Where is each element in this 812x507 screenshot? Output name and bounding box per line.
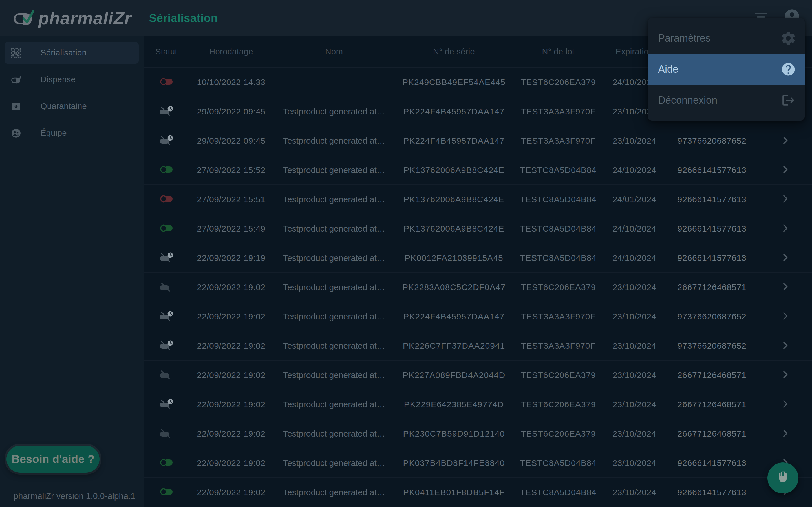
cell-serial: PK226C7FF37DAA20941 bbox=[395, 341, 513, 351]
cell-code: 92666141577613 bbox=[665, 165, 758, 175]
menu-item-parametres[interactable]: Paramètres bbox=[648, 23, 805, 54]
sidebar-item-label: Sérialisation bbox=[41, 48, 87, 57]
logout-icon bbox=[780, 93, 797, 107]
sidebar-item-label: Quarantaine bbox=[41, 102, 87, 111]
sidebar-item-quarantaine[interactable]: Quarantaine bbox=[4, 96, 139, 117]
chevron-right-icon[interactable] bbox=[780, 164, 791, 176]
cell-timestamp: 22/09/2022 19:19 bbox=[189, 253, 273, 263]
stop-scan-fab[interactable] bbox=[767, 462, 799, 494]
table-row[interactable]: 29/09/2022 09:45 Testproduct generated a… bbox=[144, 126, 812, 156]
sidebar-item-serialisation[interactable]: Sérialisation bbox=[4, 42, 139, 64]
table-row[interactable]: 22/09/2022 19:02 Testproduct generated a… bbox=[144, 419, 812, 448]
status-error-icon bbox=[160, 78, 172, 87]
cell-code: 26677126468571 bbox=[665, 400, 758, 409]
chevron-right-icon[interactable] bbox=[780, 193, 791, 205]
table-row[interactable]: 27/09/2022 15:52 Testproduct generated a… bbox=[144, 156, 812, 185]
cell-serial: PK0012FA21039915A45 bbox=[395, 253, 513, 263]
sidebar-item-label: Équipe bbox=[41, 128, 67, 138]
cell-timestamp: 22/09/2022 19:02 bbox=[189, 488, 273, 497]
cell-serial: PK0411EB01F8DB5F14F bbox=[395, 488, 513, 497]
sidebar-item-dispense[interactable]: Dispense bbox=[4, 69, 139, 91]
status-success-icon bbox=[160, 166, 172, 174]
app-logo: pharmaliZr bbox=[12, 8, 132, 28]
status-success-icon bbox=[160, 488, 172, 497]
cell-lot: TEST3A3A3F970F bbox=[513, 107, 603, 116]
pill-check-logo-icon bbox=[12, 9, 35, 27]
cell-timestamp: 10/10/2022 14:33 bbox=[189, 77, 273, 87]
cell-serial: PK037B4BD8F14FE8840 bbox=[395, 458, 513, 468]
cell-expiration: 23/10/2024 bbox=[603, 371, 665, 380]
chevron-right-icon[interactable] bbox=[780, 428, 791, 440]
table-row[interactable]: 27/09/2022 15:49 Testproduct generated a… bbox=[144, 214, 812, 243]
table-row[interactable]: 22/09/2022 19:19 Testproduct generated a… bbox=[144, 243, 812, 273]
team-icon bbox=[11, 128, 21, 138]
chevron-right-icon[interactable] bbox=[780, 252, 791, 264]
cell-code: 92666141577613 bbox=[665, 194, 758, 204]
pill-check-icon bbox=[11, 75, 21, 85]
chevron-right-icon[interactable] bbox=[780, 135, 791, 147]
cell-code: 26677126468571 bbox=[665, 371, 758, 380]
table-row[interactable]: 22/09/2022 19:02 Testproduct generated a… bbox=[144, 478, 812, 507]
cell-timestamp: 22/09/2022 19:02 bbox=[189, 458, 273, 468]
column-header: N° de série bbox=[395, 47, 513, 56]
table-row[interactable]: 22/09/2022 19:02 Testproduct generated a… bbox=[144, 273, 812, 302]
status-pending-icon bbox=[159, 135, 174, 147]
chevron-right-icon[interactable] bbox=[780, 399, 791, 410]
status-pending-icon bbox=[159, 252, 174, 264]
cell-expiration: 23/10/2024 bbox=[603, 488, 665, 497]
status-pending-icon bbox=[159, 311, 174, 322]
cell-serial: PK224F4B45957DAA147 bbox=[395, 136, 513, 146]
sidebar-item-equipe[interactable]: Équipe bbox=[4, 122, 139, 144]
cell-serial: PK249CBB49EF54AE445 bbox=[395, 77, 513, 87]
cell-name: Testproduct generated at… bbox=[273, 283, 395, 292]
cell-expiration: 23/10/2024 bbox=[603, 283, 665, 292]
help-icon bbox=[780, 62, 797, 77]
app-version: pharmaliZr version 1.0.0-alpha.1 bbox=[13, 491, 135, 501]
cell-name: Testproduct generated at… bbox=[273, 400, 395, 409]
table-row[interactable]: 22/09/2022 19:02 Testproduct generated a… bbox=[144, 302, 812, 331]
cell-name: Testproduct generated at… bbox=[273, 224, 395, 233]
cell-serial: PK13762006A9B8C424E bbox=[395, 165, 513, 175]
help-button[interactable]: Besoin d'aide ? bbox=[6, 446, 100, 473]
cell-lot: TEST3A3A3F970F bbox=[513, 136, 603, 146]
chevron-right-icon[interactable] bbox=[780, 369, 791, 381]
table-row[interactable]: 22/09/2022 19:02 Testproduct generated a… bbox=[144, 390, 812, 419]
cell-lot: TEST6C206EA379 bbox=[513, 77, 603, 87]
chevron-right-icon[interactable] bbox=[780, 311, 791, 323]
cell-code: 92666141577613 bbox=[665, 253, 758, 263]
chevron-right-icon[interactable] bbox=[780, 281, 791, 293]
cell-lot: TESTC8A5D04B84 bbox=[513, 488, 603, 497]
cell-name: Testproduct generated at… bbox=[273, 253, 395, 263]
menu-item-label: Aide bbox=[658, 63, 678, 75]
sidebar-item-label: Dispense bbox=[41, 75, 75, 84]
hand-icon bbox=[776, 470, 790, 486]
cell-name: Testproduct generated at… bbox=[273, 371, 395, 380]
cell-serial: PK224F4B45957DAA147 bbox=[395, 107, 513, 116]
table-row[interactable]: 22/09/2022 19:02 Testproduct generated a… bbox=[144, 331, 812, 360]
page-title: Sérialisation bbox=[149, 12, 218, 24]
cell-name: Testproduct generated at… bbox=[273, 107, 395, 116]
chevron-right-icon[interactable] bbox=[780, 340, 791, 352]
cell-serial: PK224F4B45957DAA147 bbox=[395, 312, 513, 321]
menu-item-deconnexion[interactable]: Déconnexion bbox=[648, 85, 805, 116]
cell-expiration: 23/10/2024 bbox=[603, 400, 665, 409]
cell-serial: PK230C7B59D91D12140 bbox=[395, 429, 513, 439]
chevron-right-icon[interactable] bbox=[780, 223, 791, 235]
cell-timestamp: 27/09/2022 15:51 bbox=[189, 194, 273, 204]
cell-serial: PK13762006A9B8C424E bbox=[395, 194, 513, 204]
cell-timestamp: 22/09/2022 19:02 bbox=[189, 283, 273, 292]
cell-lot: TEST6C206EA379 bbox=[513, 283, 603, 292]
cell-expiration: 24/10/2024 bbox=[603, 165, 665, 175]
cell-lot: TESTC8A5D04B84 bbox=[513, 458, 603, 468]
cell-serial: PK2283A08C5C2DF0A47 bbox=[395, 283, 513, 292]
cell-name: Testproduct generated at… bbox=[273, 429, 395, 439]
table-row[interactable]: 22/09/2022 19:02 Testproduct generated a… bbox=[144, 360, 812, 390]
cell-code: 97376620687652 bbox=[665, 341, 758, 351]
menu-item-aide[interactable]: Aide bbox=[648, 54, 805, 85]
column-header: Horodatage bbox=[189, 47, 273, 56]
cell-code: 92666141577613 bbox=[665, 458, 758, 468]
cell-name: Testproduct generated at… bbox=[273, 194, 395, 204]
cell-timestamp: 27/09/2022 15:49 bbox=[189, 224, 273, 233]
table-row[interactable]: 22/09/2022 19:02 Testproduct generated a… bbox=[144, 448, 812, 478]
table-row[interactable]: 27/09/2022 15:51 Testproduct generated a… bbox=[144, 185, 812, 214]
